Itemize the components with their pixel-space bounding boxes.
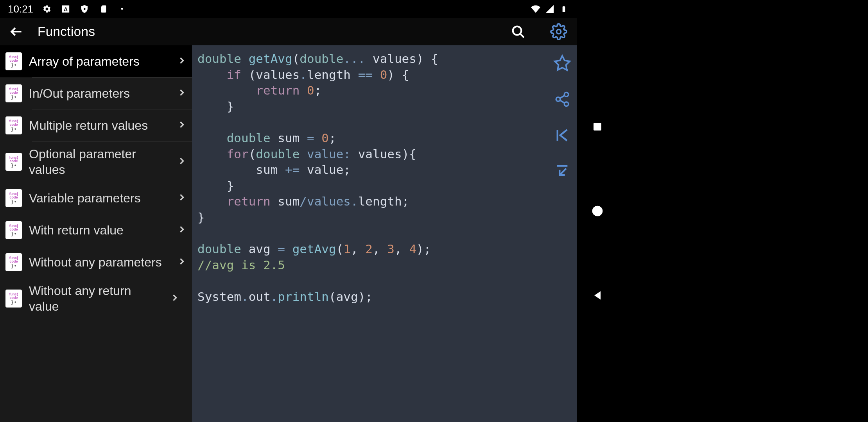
battery-icon bbox=[559, 4, 569, 14]
svg-point-3 bbox=[557, 30, 561, 34]
page-title: Functions bbox=[38, 24, 95, 39]
search-button[interactable] bbox=[507, 21, 529, 43]
sidebar-item[interactable]: func{code} •Optional parameter values bbox=[0, 141, 192, 182]
func-code-icon: func{code} • bbox=[5, 189, 22, 207]
func-code-icon: func{code} • bbox=[5, 221, 22, 239]
sidebar: func{code} •Array of parametersfunc{code… bbox=[0, 45, 192, 422]
sidebar-item[interactable]: func{code} •In/Out parameters bbox=[0, 77, 192, 109]
shield-play-icon bbox=[79, 4, 90, 14]
chevron-right-icon bbox=[176, 156, 188, 168]
chevron-right-icon bbox=[176, 87, 188, 100]
chevron-right-icon bbox=[176, 224, 188, 236]
sidebar-item-label: Multiple return values bbox=[29, 118, 169, 133]
letter-a-icon: A bbox=[61, 4, 71, 14]
chevron-right-icon bbox=[169, 292, 181, 305]
system-back-button[interactable] bbox=[590, 288, 605, 303]
svg-point-6 bbox=[564, 102, 569, 106]
system-nav-rail bbox=[577, 0, 868, 422]
sidebar-item-label: With return value bbox=[29, 222, 169, 238]
svg-point-4 bbox=[564, 93, 569, 97]
skip-start-button[interactable] bbox=[553, 126, 572, 145]
sidebar-item-label: Array of parameters bbox=[29, 54, 169, 69]
favorite-button[interactable] bbox=[553, 54, 572, 73]
code-actions-rail bbox=[548, 45, 577, 422]
chevron-right-icon bbox=[176, 192, 188, 204]
func-code-icon: func{code} • bbox=[5, 290, 22, 308]
share-button[interactable] bbox=[553, 90, 572, 109]
collapse-button[interactable] bbox=[553, 162, 572, 181]
sidebar-item-label: Without any return value bbox=[29, 283, 162, 314]
dot-icon: • bbox=[117, 4, 127, 14]
sidebar-item-label: Optional parameter values bbox=[29, 146, 169, 177]
settings-button[interactable] bbox=[548, 21, 570, 43]
svg-rect-7 bbox=[594, 123, 601, 131]
sidebar-item[interactable]: func{code} •Multiple return values bbox=[0, 109, 192, 141]
gear-icon bbox=[42, 4, 52, 14]
sidebar-item[interactable]: func{code} •With return value bbox=[0, 214, 192, 246]
signal-icon bbox=[545, 4, 555, 14]
sd-card-icon bbox=[98, 4, 108, 14]
chevron-right-icon bbox=[176, 55, 188, 68]
func-code-icon: func{code} • bbox=[5, 253, 22, 271]
func-code-icon: func{code} • bbox=[5, 116, 22, 134]
svg-point-2 bbox=[513, 27, 522, 35]
sidebar-item[interactable]: func{code} •Array of parameters bbox=[0, 45, 192, 77]
sidebar-item-label: Without any parameters bbox=[29, 254, 169, 270]
recents-button[interactable] bbox=[590, 119, 605, 134]
status-time: 10:21 bbox=[8, 3, 33, 15]
svg-point-5 bbox=[556, 97, 560, 102]
wifi-icon bbox=[531, 4, 541, 14]
sidebar-item-label: In/Out parameters bbox=[29, 86, 169, 101]
app-bar: Functions bbox=[0, 18, 577, 45]
func-code-icon: func{code} • bbox=[5, 84, 22, 102]
chevron-right-icon bbox=[176, 256, 188, 268]
back-button[interactable] bbox=[7, 22, 26, 41]
home-button[interactable] bbox=[590, 203, 605, 219]
sidebar-item[interactable]: func{code} •Variable parameters bbox=[0, 182, 192, 214]
func-code-icon: func{code} • bbox=[5, 153, 22, 171]
svg-point-8 bbox=[592, 206, 603, 216]
status-bar: 10:21 A • bbox=[0, 0, 577, 18]
func-code-icon: func{code} • bbox=[5, 52, 22, 70]
code-pane: double getAvg(double... values) { if (va… bbox=[192, 45, 577, 422]
sidebar-item-label: Variable parameters bbox=[29, 190, 169, 206]
chevron-right-icon bbox=[176, 119, 188, 132]
svg-text:A: A bbox=[64, 6, 68, 13]
sidebar-item[interactable]: func{code} •Without any parameters bbox=[0, 246, 192, 278]
code-viewer[interactable]: double getAvg(double... values) { if (va… bbox=[192, 45, 548, 422]
code-block: double getAvg(double... values) { if (va… bbox=[197, 51, 544, 305]
sidebar-item[interactable]: func{code} •Without any return value bbox=[0, 278, 192, 319]
